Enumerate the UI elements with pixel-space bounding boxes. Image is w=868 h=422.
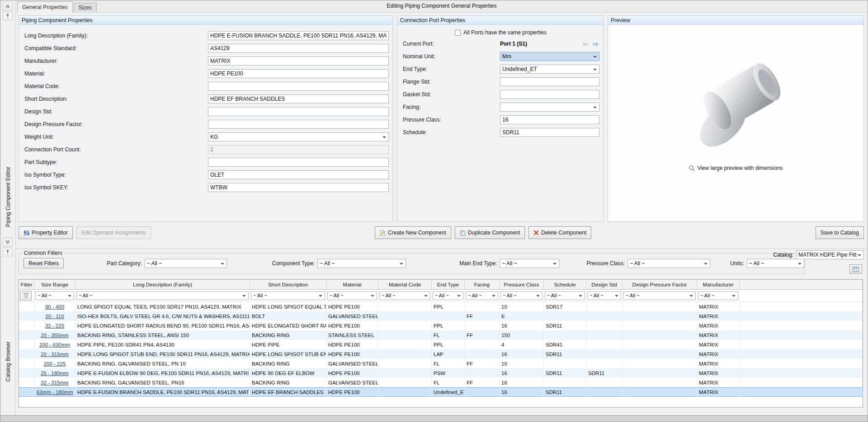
long-description-input[interactable] [208, 31, 389, 40]
catalog-combo[interactable]: MATRIX HDPE Pipe Fitt [796, 250, 864, 259]
material-input[interactable] [208, 69, 389, 78]
piping-component-editor-dock-label[interactable]: Piping Component Editor [5, 167, 11, 227]
table-row[interactable]: 20 - 355mmBACKING RING, STAINLESS STEEL,… [19, 330, 863, 340]
table-row[interactable]: 200 - 225BACKING RING, GALVANISED STEEL,… [19, 359, 863, 368]
reset-filters-button[interactable]: Reset Filters [24, 258, 64, 268]
column-filter-end-type[interactable]: ~ All ~ [433, 291, 463, 300]
column-filter-pressure-class[interactable]: ~ All ~ [500, 291, 542, 300]
port-pressure-class-input[interactable] [500, 115, 599, 124]
table-row[interactable]: 32 - 315mmBACKING RING, GALVANISED STEEL… [19, 378, 863, 387]
column-filter-material-code[interactable]: ~ All ~ [379, 291, 430, 300]
end-type-combo[interactable]: Undefined_ET [500, 65, 599, 74]
left-dock-strip: Piping Component Editor Catalog Browser [0, 0, 16, 415]
size-range-link[interactable]: 200 - 225 [34, 359, 75, 368]
table-row[interactable]: 20 - 110ISO-HEX BOLTS, GALV STEEL GR 4.6… [19, 311, 863, 321]
iso-symbol-skey-input[interactable] [208, 183, 389, 192]
size-range-link[interactable]: 32 - 225 [34, 321, 75, 330]
units-combo[interactable]: ~ All ~ [747, 259, 804, 268]
column-filter-design-pressure-factor[interactable]: ~ All ~ [623, 291, 696, 300]
weight-unit-combo[interactable]: KG [208, 132, 389, 141]
column-filter-long-description[interactable]: ~ All ~ [76, 291, 249, 300]
facing-combo[interactable] [500, 103, 599, 112]
part-category-combo[interactable]: ~ All ~ [145, 259, 227, 268]
iso-symbol-type-input[interactable] [208, 170, 389, 179]
column-header-short-description[interactable]: Short Description [250, 280, 326, 289]
column-header-size-range[interactable]: Size Range [34, 280, 75, 289]
size-range-link[interactable]: 20 - 355mm [34, 330, 75, 340]
column-header-facing[interactable]: Facing [465, 280, 500, 289]
pin-browser-button[interactable] [3, 248, 13, 256]
column-filter-schedule[interactable]: ~ All ~ [545, 291, 585, 300]
short-description-input[interactable] [208, 94, 389, 103]
catalog-browser-dock-label[interactable]: Catalog Browser [5, 342, 11, 382]
column-header-design-pressure-factor[interactable]: Design Pressure Factor [623, 280, 697, 289]
size-range-link[interactable]: 63mm - 180mm [34, 387, 75, 397]
column-header-manufacturer[interactable]: Manufacturer [697, 280, 740, 289]
column-filter-manufacturer[interactable]: ~ All ~ [698, 291, 738, 300]
grid-options-button[interactable] [849, 264, 862, 274]
property-editor-button[interactable]: Property Editor [19, 226, 73, 239]
pressure-class-filter-combo[interactable]: ~ All ~ [627, 259, 710, 268]
chevron-down-icon [798, 263, 802, 267]
filter-funnel-button[interactable] [20, 291, 32, 300]
size-range-link[interactable]: 200 - 630mm [34, 340, 75, 349]
table-row[interactable]: 63mm - 180mmHDPE E-FUSION BRANCH SADDLE,… [19, 387, 863, 397]
column-filter-size-range[interactable]: ~ All ~ [35, 291, 74, 300]
size-range-link[interactable]: 20 - 110 [34, 311, 75, 321]
column-filter-design-std[interactable]: ~ All ~ [587, 291, 621, 300]
schedule-input[interactable] [500, 128, 599, 137]
previous-port-arrow[interactable]: ⇦ [583, 41, 589, 47]
tab-sizes[interactable]: Sizes [74, 3, 97, 13]
design-pressure-factor-input[interactable] [208, 120, 389, 129]
table-row[interactable]: 25 - 180mmHDPE E-FUSION ELBOW 90 DEG, PE… [19, 368, 863, 378]
size-range-link[interactable]: 90 - 400 [34, 302, 75, 311]
cell-manufacturer: MATRIX [697, 368, 740, 378]
component-3d-preview[interactable] [664, 47, 808, 155]
duplicate-component-button[interactable]: Duplicate Component [455, 226, 525, 239]
column-header-long-description[interactable]: Long Description (Family) [75, 280, 250, 289]
view-large-preview-link[interactable]: View large preview with dimensions [689, 165, 783, 171]
column-header-end-type[interactable]: End Type [432, 280, 465, 289]
flange-std-label: Flange Std: [402, 79, 500, 85]
table-row[interactable]: 20 - 315mmHDPE LONG SPIGOT STUB END, PE1… [19, 349, 863, 359]
column-header-design-std[interactable]: Design Std [586, 280, 623, 289]
manufacturer-input[interactable] [208, 56, 389, 66]
column-header-pressure-class[interactable]: Pressure Class [500, 280, 544, 289]
chevron-down-icon [615, 295, 618, 299]
part-subtype-input[interactable] [208, 158, 389, 167]
part-category-label: Part Category: [107, 260, 142, 267]
collapse-editor-button[interactable] [3, 2, 13, 10]
cell-manufacturer: MATRIX [697, 340, 740, 349]
save-to-catalog-button[interactable]: Save to Catalog [816, 226, 864, 239]
component-type-combo[interactable]: ~ All ~ [317, 259, 406, 268]
table-row[interactable]: 90 - 400LONG SPIGOT EQUAL TEES, PE100 SD… [19, 302, 863, 311]
create-new-component-button[interactable]: Create New Component [375, 226, 451, 239]
nominal-unit-combo[interactable]: Mm [500, 52, 599, 61]
size-range-link[interactable]: 20 - 315mm [34, 349, 75, 359]
filter-cell-long-description: ~ All ~ [75, 290, 250, 301]
column-header-material[interactable]: Material [326, 280, 378, 289]
collapse-browser-button[interactable] [3, 238, 13, 246]
cell-design-pressure-factor [623, 359, 697, 368]
pin-editor-button[interactable] [3, 12, 13, 20]
table-row[interactable]: 200 - 630mmHDPE PIPE, PE100 SDR41 PN4, A… [19, 340, 863, 349]
column-header-schedule[interactable]: Schedule [544, 280, 586, 289]
material-code-input[interactable] [208, 82, 389, 91]
compatible-standard-input[interactable] [208, 44, 389, 53]
size-range-link[interactable]: 25 - 180mm [34, 368, 75, 378]
delete-component-button[interactable]: Delete Component [528, 226, 591, 239]
gasket-std-input[interactable] [500, 90, 599, 99]
table-row[interactable]: 32 - 225HDPE ELONGATED SHORT RADIUS BEND… [19, 321, 863, 330]
cell-schedule [544, 311, 586, 321]
flange-std-input[interactable] [500, 77, 599, 86]
design-std-input[interactable] [208, 107, 389, 116]
main-end-type-combo[interactable]: ~ All ~ [500, 259, 559, 268]
column-filter-facing[interactable]: ~ All ~ [466, 291, 498, 300]
size-range-link[interactable]: 32 - 315mm [34, 378, 75, 387]
column-filter-short-description[interactable]: ~ All ~ [251, 291, 325, 300]
next-port-arrow[interactable]: ⇨ [593, 41, 599, 47]
column-filter-material[interactable]: ~ All ~ [327, 291, 377, 300]
column-header-material-code[interactable]: Material Code [378, 280, 432, 289]
all-ports-checkbox[interactable] [455, 30, 461, 36]
tab-general-properties[interactable]: General Properties [17, 1, 73, 13]
